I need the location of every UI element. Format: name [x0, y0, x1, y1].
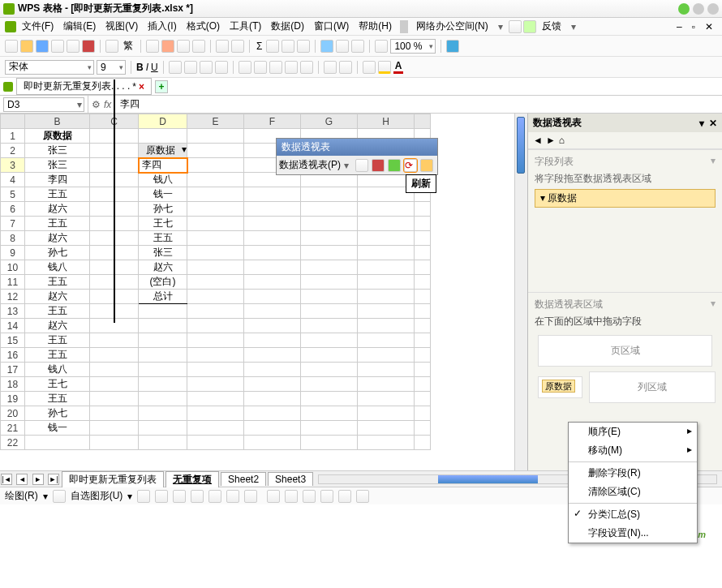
col-header[interactable]: B [25, 114, 90, 129]
currency-icon[interactable] [239, 61, 251, 74]
cell[interactable]: 王五 [25, 333, 90, 348]
menu-data[interactable]: 数据(D) [267, 18, 308, 35]
cell[interactable]: 孙七 [25, 406, 90, 421]
oval-icon[interactable] [191, 490, 204, 503]
align-center-icon[interactable] [184, 61, 197, 74]
cell[interactable]: 原数据 [25, 129, 90, 144]
menu-file[interactable]: 文件(F) [18, 18, 58, 35]
row-header[interactable]: 20 [1, 406, 25, 421]
cell[interactable] [244, 392, 301, 406]
col-header[interactable]: E [187, 114, 244, 129]
cell[interactable] [415, 421, 431, 436]
sort-desc-icon[interactable] [281, 40, 294, 53]
cell[interactable]: 钱八 [25, 363, 90, 377]
font-name-selector[interactable]: 宋体 [5, 60, 94, 75]
row-header[interactable]: 10 [1, 260, 25, 275]
cell[interactable] [415, 406, 431, 421]
cell[interactable]: 总计 [139, 290, 187, 304]
cell[interactable] [301, 260, 358, 275]
cell[interactable] [301, 392, 358, 406]
sheet-tab[interactable]: Sheet2 [221, 472, 266, 486]
cell[interactable] [139, 129, 187, 144]
italic-button[interactable]: I [146, 62, 148, 73]
cell[interactable] [187, 275, 244, 290]
cell[interactable] [301, 406, 358, 421]
chart-icon[interactable] [320, 40, 333, 53]
cell[interactable] [90, 348, 139, 363]
menu-subtotal[interactable]: 分类汇总(S) [569, 505, 697, 524]
tab-close-icon[interactable]: × [139, 81, 144, 92]
cell[interactable] [244, 260, 301, 275]
cell[interactable] [301, 290, 358, 304]
indent-left-icon[interactable] [324, 61, 337, 74]
cell[interactable] [415, 392, 431, 406]
cell[interactable] [415, 275, 431, 290]
menu-help[interactable]: 帮助(H) [355, 18, 396, 35]
cell[interactable] [301, 319, 358, 333]
cell[interactable] [139, 406, 187, 421]
menu-view[interactable]: 视图(V) [101, 18, 142, 35]
cell[interactable] [90, 377, 139, 392]
save-icon[interactable] [36, 40, 49, 53]
cell[interactable]: 王五 [139, 231, 187, 246]
close-button[interactable] [707, 3, 719, 15]
cell[interactable]: 王五 [25, 187, 90, 202]
sheet-tab-active[interactable]: 无重复项 [165, 471, 219, 487]
cell[interactable] [358, 421, 415, 436]
row-header[interactable]: 15 [1, 333, 25, 348]
table-icon[interactable] [375, 40, 388, 53]
col-header[interactable]: H [358, 114, 415, 129]
textbox-icon[interactable] [208, 490, 221, 503]
row-header[interactable]: 16 [1, 348, 25, 363]
row-header[interactable]: 19 [1, 392, 25, 406]
sheet-nav-first-icon[interactable]: |◄ [1, 474, 12, 485]
bold-button[interactable]: B [136, 62, 144, 73]
spreadsheet-grid[interactable]: B C D E F G H 1原数据2张三原数据 ▾3张三李四4李四钱八5王五钱… [0, 114, 514, 470]
cell[interactable] [244, 436, 301, 450]
menu-order[interactable]: 顺序(E) [569, 423, 697, 441]
cell[interactable] [187, 158, 244, 173]
cell[interactable] [415, 290, 431, 304]
cell[interactable] [90, 421, 139, 436]
cell[interactable]: 王七 [25, 377, 90, 392]
print-icon[interactable] [51, 40, 64, 53]
cell[interactable] [187, 260, 244, 275]
cell[interactable] [139, 319, 187, 333]
pivot-format-icon[interactable] [355, 159, 368, 172]
scrollbar-thumb[interactable] [517, 117, 525, 174]
cell[interactable] [187, 129, 244, 144]
line-style-icon[interactable] [320, 490, 333, 503]
undo-icon[interactable] [216, 40, 229, 53]
select-objects-icon[interactable] [53, 490, 66, 503]
cell[interactable] [139, 304, 187, 319]
borders-icon[interactable] [363, 61, 376, 74]
cell[interactable] [187, 173, 244, 187]
cell[interactable] [358, 246, 415, 260]
cell[interactable] [139, 421, 187, 436]
cell[interactable] [301, 275, 358, 290]
cell[interactable] [139, 333, 187, 348]
cell[interactable] [187, 436, 244, 450]
cell[interactable] [187, 217, 244, 231]
row-header[interactable]: 17 [1, 363, 25, 377]
cell[interactable] [187, 348, 244, 363]
cell[interactable] [415, 202, 431, 217]
cell[interactable] [244, 246, 301, 260]
cell[interactable]: 王五 [25, 348, 90, 363]
cell[interactable] [90, 392, 139, 406]
menu-field-settings[interactable]: 字段设置(N)... [569, 524, 697, 543]
pivot-chart-icon[interactable] [372, 159, 385, 172]
cell[interactable] [139, 348, 187, 363]
cell[interactable] [244, 406, 301, 421]
sheet-tab[interactable]: 即时更新无重复列表 [62, 471, 164, 487]
cell[interactable]: 钱一 [25, 421, 90, 436]
cell[interactable] [139, 392, 187, 406]
cell[interactable] [90, 436, 139, 450]
cell[interactable] [358, 392, 415, 406]
pivot-toolbar-title[interactable]: 数据透视表 [277, 139, 437, 156]
cell[interactable] [415, 377, 431, 392]
cell[interactable]: 张三 [25, 144, 90, 158]
cell[interactable] [415, 333, 431, 348]
cell[interactable] [244, 421, 301, 436]
cell[interactable] [358, 348, 415, 363]
